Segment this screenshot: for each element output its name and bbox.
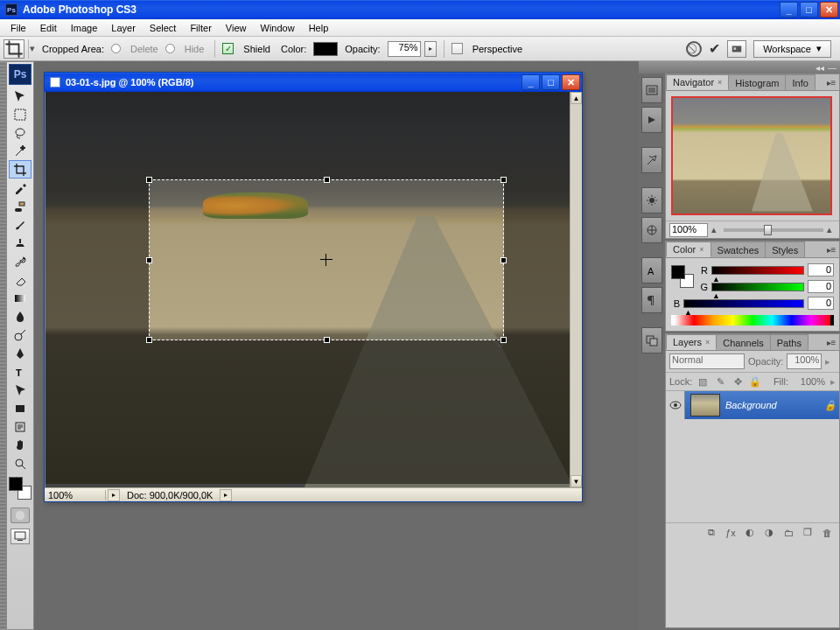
magic-wand-tool[interactable] [9, 142, 32, 160]
menu-image[interactable]: Image [64, 19, 105, 36]
layer-style-icon[interactable]: ƒx [724, 526, 738, 540]
tab-styles[interactable]: Styles [765, 242, 805, 257]
history-dock-icon[interactable] [641, 77, 662, 103]
marquee-tool[interactable] [9, 105, 32, 123]
actions-dock-icon[interactable] [641, 107, 662, 133]
tab-paths[interactable]: Paths [770, 334, 808, 350]
g-value-field[interactable]: 0 [808, 280, 834, 293]
blend-mode-select[interactable]: Normal [669, 354, 745, 369]
lock-position-icon[interactable]: ✥ [731, 374, 745, 388]
blur-tool[interactable] [9, 307, 32, 326]
crop-handle-w[interactable] [146, 257, 152, 263]
brushes-dock-icon[interactable] [641, 187, 662, 214]
chevron-right-icon[interactable]: ▸ [830, 376, 836, 388]
paragraph-dock-icon[interactable] [641, 287, 662, 313]
vertical-scrollbar[interactable]: ▲ ▼ [570, 92, 582, 487]
color-panel-swatches[interactable] [671, 265, 694, 288]
tab-swatches[interactable]: Swatches [710, 242, 766, 257]
close-icon[interactable]: × [718, 78, 722, 87]
layer-visibility-toggle[interactable] [666, 391, 685, 419]
tab-layers[interactable]: Layers× [666, 334, 717, 350]
history-brush-tool[interactable] [9, 252, 32, 270]
layer-comps-dock-icon[interactable] [641, 327, 662, 354]
b-value-field[interactable]: 0 [808, 297, 834, 310]
new-group-icon[interactable]: 🗀 [781, 526, 795, 540]
tab-info[interactable]: Info [785, 74, 815, 90]
panel-menu-icon[interactable]: ▸≡ [825, 336, 837, 348]
clone-source-dock-icon[interactable] [641, 217, 662, 243]
delete-radio[interactable] [111, 44, 121, 53]
clone-stamp-tool[interactable] [9, 234, 32, 252]
layer-fill-field[interactable]: 100% [792, 376, 827, 387]
tool-presets-dock-icon[interactable] [641, 147, 662, 173]
zoom-level-field[interactable]: 100% [45, 490, 106, 500]
quick-mask-toggle[interactable] [10, 508, 30, 523]
menu-select[interactable]: Select [143, 19, 184, 36]
document-title-bar[interactable]: 03-01-s.jpg @ 100% (RGB/8) _ □ ✕ [45, 73, 582, 92]
layer-opacity-field[interactable]: 100% [787, 354, 822, 369]
r-slider[interactable]: ▲ [711, 266, 804, 275]
minimize-button[interactable]: _ [780, 2, 798, 18]
document-canvas-area[interactable]: ⤡ [46, 92, 570, 487]
document-close-button[interactable]: ✕ [562, 74, 580, 90]
delete-layer-icon[interactable]: 🗑 [820, 526, 834, 540]
menu-view[interactable]: View [219, 19, 254, 36]
g-slider[interactable]: ▲ [711, 283, 804, 291]
crop-handle-n[interactable] [324, 177, 330, 183]
dodge-tool[interactable] [9, 326, 32, 344]
layers-list[interactable]: Background 🔒 [666, 391, 839, 522]
navigator-zoom-field[interactable]: 100% [669, 223, 708, 237]
menu-edit[interactable]: Edit [33, 19, 64, 36]
hide-radio[interactable] [165, 44, 175, 53]
new-layer-icon[interactable]: ❐ [801, 526, 815, 540]
tab-color[interactable]: Color× [666, 242, 711, 257]
scroll-down-button[interactable]: ▼ [570, 475, 582, 487]
document-maximize-button[interactable]: □ [542, 74, 560, 90]
hand-tool[interactable] [9, 436, 32, 454]
lock-pixels-icon[interactable]: ✎ [713, 374, 727, 388]
rectangle-shape-tool[interactable] [9, 399, 32, 417]
panel-dock-header[interactable]: ◂◂ — [639, 61, 840, 74]
left-dock-strip[interactable] [0, 61, 6, 630]
tab-navigator[interactable]: Navigator× [666, 74, 729, 90]
brush-tool[interactable] [9, 215, 32, 234]
move-tool[interactable] [9, 87, 32, 105]
crop-selection[interactable] [149, 179, 504, 340]
navigator-zoom-slider[interactable] [724, 228, 823, 232]
foreground-background-colors[interactable] [8, 476, 32, 500]
scroll-up-button[interactable]: ▲ [570, 92, 582, 104]
perspective-checkbox[interactable] [452, 43, 463, 54]
zoom-tool[interactable] [9, 454, 32, 472]
layer-mask-icon[interactable]: ◐ [743, 526, 757, 540]
crop-handle-s[interactable] [324, 337, 330, 343]
opacity-field[interactable]: 75% [388, 41, 421, 57]
crop-handle-nw[interactable] [146, 177, 152, 183]
close-icon[interactable]: × [705, 338, 710, 346]
screen-mode-button[interactable] [10, 528, 30, 544]
healing-brush-tool[interactable] [9, 197, 32, 215]
adjustment-layer-icon[interactable]: ◑ [762, 526, 776, 540]
foreground-color-swatch[interactable] [9, 477, 23, 491]
link-layers-icon[interactable]: ⧉ [704, 526, 718, 540]
tool-preset-button[interactable] [4, 39, 24, 59]
lasso-tool[interactable] [9, 123, 32, 142]
b-slider[interactable]: ▲ [683, 299, 804, 308]
menu-help[interactable]: Help [302, 19, 336, 36]
eraser-tool[interactable] [9, 270, 32, 289]
path-selection-tool[interactable] [9, 381, 32, 399]
crop-handle-e[interactable] [500, 257, 507, 263]
shield-checkbox[interactable]: ✓ [222, 43, 234, 54]
tab-channels[interactable]: Channels [716, 334, 770, 350]
panel-menu-icon[interactable]: ▸≡ [825, 76, 837, 88]
r-value-field[interactable]: 0 [808, 263, 834, 276]
chevron-right-icon[interactable]: ▸ [825, 356, 830, 368]
crop-handle-se[interactable] [500, 337, 507, 343]
commit-crop-button[interactable]: ✔ [709, 40, 720, 57]
maximize-button[interactable]: □ [800, 2, 818, 18]
cancel-crop-button[interactable]: ⃠ [686, 41, 702, 57]
menu-filter[interactable]: Filter [183, 19, 218, 36]
crop-handle-ne[interactable] [500, 177, 507, 183]
document-minimize-button[interactable]: _ [522, 74, 540, 90]
eyedropper-tool[interactable] [9, 178, 32, 197]
collapse-icon[interactable]: ◂◂ [816, 63, 824, 73]
